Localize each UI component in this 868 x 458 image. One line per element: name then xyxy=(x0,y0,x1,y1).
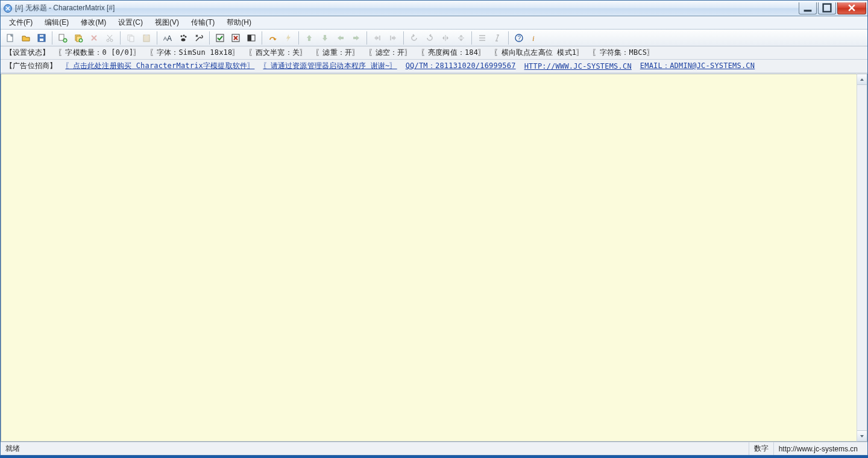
uncheck-button[interactable] xyxy=(228,31,243,45)
status-blank: 〖滤空：开〗 xyxy=(368,48,412,58)
svg-rect-27 xyxy=(248,35,251,41)
svg-rect-32 xyxy=(479,35,485,36)
menu-settings[interactable]: 设置(C) xyxy=(112,16,149,29)
status-label: 【设置状态】 xyxy=(5,48,49,58)
scroll-up-button[interactable] xyxy=(857,74,867,85)
arrow-up-icon[interactable] xyxy=(302,31,316,45)
status-ready: 就绪 xyxy=(5,444,20,454)
svg-point-20 xyxy=(181,35,183,37)
titlebar[interactable]: [#] 无标题 - CharacterMatrix [#] xyxy=(1,1,867,16)
svg-point-21 xyxy=(183,34,185,36)
lightning-icon[interactable] xyxy=(281,31,295,45)
integral-icon[interactable] xyxy=(491,31,505,45)
window-title: [#] 无标题 - CharacterMatrix [#] xyxy=(15,3,115,13)
info-button[interactable]: i xyxy=(527,31,542,45)
window-buttons xyxy=(797,2,866,14)
svg-rect-31 xyxy=(458,37,464,38)
rotate-cw-icon[interactable] xyxy=(423,31,437,45)
paw-icon[interactable] xyxy=(176,31,190,45)
svg-point-23 xyxy=(181,38,186,41)
add-chars-button[interactable] xyxy=(71,31,86,45)
help-button[interactable]: ? xyxy=(512,31,526,45)
svg-rect-1 xyxy=(804,10,812,11)
svg-point-22 xyxy=(185,36,187,37)
status-char-count: 〖字模数量：0 [0/0]〗 xyxy=(58,48,140,58)
svg-rect-2 xyxy=(823,4,831,12)
menu-help[interactable]: 帮助(H) xyxy=(221,16,257,29)
menu-modify[interactable]: 修改(M) xyxy=(75,16,112,29)
svg-text:?: ? xyxy=(518,35,521,42)
cut-button[interactable] xyxy=(102,31,117,45)
shift-right-icon[interactable] xyxy=(386,31,400,45)
save-button[interactable] xyxy=(34,31,49,45)
svg-rect-6 xyxy=(40,35,43,37)
menu-file[interactable]: 文件(F) xyxy=(3,16,39,29)
font-size-button[interactable]: AA xyxy=(160,31,175,45)
svg-rect-34 xyxy=(479,40,485,41)
tools-button[interactable] xyxy=(192,31,206,45)
arrow-right-icon[interactable] xyxy=(349,31,363,45)
flip-v-icon[interactable] xyxy=(454,31,468,45)
toggle-button[interactable] xyxy=(244,31,259,45)
svg-rect-28 xyxy=(379,36,380,40)
maximize-button[interactable] xyxy=(818,2,836,14)
delete-button[interactable] xyxy=(87,31,101,45)
resmgr-link[interactable]: 〖请通过资源管理器启动本程序 谢谢~〗 xyxy=(263,61,397,71)
close-button[interactable] xyxy=(837,2,866,14)
main-window: [#] 无标题 - CharacterMatrix [#] 文件(F) 编辑(E… xyxy=(0,0,868,456)
shift-left-icon[interactable] xyxy=(370,31,385,45)
status-row-settings: 【设置状态】 〖字模数量：0 [0/0]〗 〖字体：SimSun 18x18〗 … xyxy=(1,46,867,60)
status-font: 〖字体：SimSun 18x18〗 xyxy=(149,48,240,58)
flip-h-icon[interactable] xyxy=(438,31,453,45)
buy-link[interactable]: 〖点击此处注册购买 CharacterMatrix字模提取软件〗 xyxy=(65,61,254,71)
qq-link[interactable]: QQ/TM：281131020/16999567 xyxy=(406,61,516,71)
arrow-left-icon[interactable] xyxy=(333,31,348,45)
editor-canvas[interactable] xyxy=(1,74,857,442)
minimize-button[interactable] xyxy=(799,2,817,14)
svg-rect-24 xyxy=(216,34,224,42)
email-link[interactable]: EMAIL：ADMIN@JC-SYSTEMS.CN xyxy=(640,61,755,71)
svg-rect-5 xyxy=(40,39,43,41)
menu-edit[interactable]: 编辑(E) xyxy=(39,16,75,29)
open-button[interactable] xyxy=(19,31,33,45)
menu-transfer[interactable]: 传输(T) xyxy=(185,16,221,29)
ads-label: 【广告位招商】 xyxy=(5,61,57,71)
url-link[interactable]: HTTP://WWW.JC-SYSTEMS.CN xyxy=(524,62,632,71)
copy-button[interactable] xyxy=(124,31,138,45)
svg-text:A: A xyxy=(167,34,172,43)
svg-rect-29 xyxy=(390,36,391,40)
status-site: http://www.jc-systems.cn xyxy=(773,442,863,455)
toolbar: AA ? i xyxy=(1,30,867,46)
transfer-button[interactable] xyxy=(265,31,280,45)
vertical-scrollbar[interactable] xyxy=(857,74,867,442)
scroll-down-button[interactable] xyxy=(857,430,867,441)
status-numlock: 数字 xyxy=(749,442,773,455)
arrow-down-icon[interactable] xyxy=(318,31,332,45)
status-halfwidth: 〖西文半宽：关〗 xyxy=(248,48,307,58)
rotate-ccw-icon[interactable] xyxy=(407,31,421,45)
status-filter: 〖滤重：开〗 xyxy=(315,48,359,58)
status-row-ads: 【广告位招商】 〖点击此处注册购买 CharacterMatrix字模提取软件〗… xyxy=(1,60,867,73)
status-mode: 〖横向取点左高位 模式1〗 xyxy=(494,48,583,58)
content-area xyxy=(1,73,867,442)
menu-view[interactable]: 视图(V) xyxy=(149,16,185,29)
svg-rect-33 xyxy=(479,37,485,39)
list-icon[interactable] xyxy=(475,31,489,45)
status-threshold: 〖亮度阀值：184〗 xyxy=(421,48,486,58)
svg-point-12 xyxy=(107,39,109,42)
svg-text:i: i xyxy=(532,34,535,43)
app-icon xyxy=(3,4,13,13)
check-button[interactable] xyxy=(213,31,227,45)
svg-rect-17 xyxy=(145,34,148,36)
new-button[interactable] xyxy=(3,31,17,45)
svg-rect-30 xyxy=(445,35,446,41)
menubar: 文件(F) 编辑(E) 修改(M) 设置(C) 视图(V) 传输(T) 帮助(H… xyxy=(1,16,867,30)
status-charset: 〖字符集：MBCS〗 xyxy=(592,48,654,58)
statusbar: 就绪 数字 http://www.jc-systems.cn xyxy=(1,442,867,455)
add-char-button[interactable] xyxy=(55,31,70,45)
svg-rect-15 xyxy=(130,36,134,42)
svg-point-13 xyxy=(110,39,113,42)
paste-button[interactable] xyxy=(139,31,154,45)
